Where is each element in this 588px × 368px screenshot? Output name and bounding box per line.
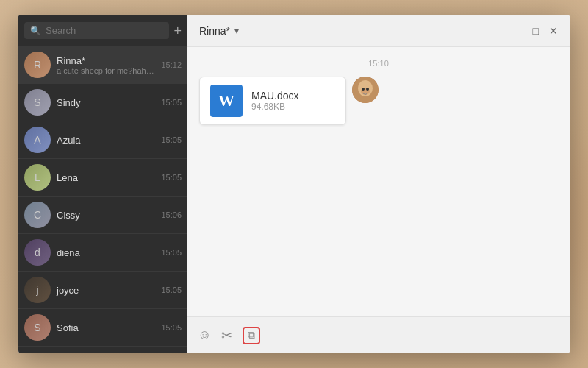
close-button[interactable]: ✕ — [549, 26, 558, 36]
avatar-cissy: C — [24, 202, 51, 228]
sender-avatar — [352, 77, 379, 103]
window-controls: — □ ✕ — [512, 26, 558, 36]
contact-name-azula: Azula — [57, 135, 155, 146]
contact-time-azula: 15:05 — [161, 135, 182, 144]
contact-time-sofia: 15:05 — [161, 323, 182, 332]
contact-name-cissy: Cissy — [57, 210, 155, 221]
avatar-sofia: S — [24, 314, 51, 341]
contact-item-rinna[interactable]: R Rinna* a cute sheep for me?hahaha... 1… — [18, 46, 187, 84]
sidebar: 🔍 + R Rinna* a cute sheep for me?hahaha.… — [18, 15, 187, 353]
search-icon: 🔍 — [30, 26, 41, 36]
contact-name-sindy: Sindy — [57, 97, 155, 108]
contact-item-sofia[interactable]: S Sofia 15:05 — [18, 309, 187, 347]
contact-info-sofia: Sofia — [57, 322, 155, 333]
contact-info-sindy: Sindy — [57, 97, 155, 108]
file-attachment-bubble[interactable]: W MAU.docx 94.68KB — [199, 77, 346, 125]
contact-name-rinna: Rinna* — [57, 55, 155, 66]
svg-point-3 — [367, 82, 371, 88]
avatar-lena: L — [24, 164, 51, 191]
avatar-sindy: S — [24, 89, 51, 116]
maximize-button[interactable]: □ — [533, 26, 539, 36]
contact-info-azula: Azula — [57, 135, 155, 146]
word-file-icon: W — [210, 85, 243, 117]
contact-info-lena: Lena — [57, 172, 155, 183]
contact-preview-rinna: a cute sheep for me?hahaha... — [57, 66, 155, 75]
avatar-diena: d — [24, 239, 51, 266]
chat-header: Rinna* ▾ — □ ✕ — [187, 15, 570, 47]
contact-name-diena: diena — [57, 247, 155, 258]
contact-list: R Rinna* a cute sheep for me?hahaha... 1… — [18, 46, 187, 353]
sidebar-header: 🔍 + — [18, 15, 187, 46]
scissors-button[interactable]: ✂ — [221, 328, 232, 344]
file-info: MAU.docx 94.68KB — [251, 90, 335, 112]
contact-item-diena[interactable]: d diena 15:05 — [18, 234, 187, 272]
svg-point-5 — [362, 88, 365, 91]
avatar-joyce: j — [24, 277, 51, 303]
minimize-button[interactable]: — — [512, 26, 523, 36]
message-row: W MAU.docx 94.68KB — [199, 77, 558, 125]
clipboard-button[interactable]: ⧉ — [243, 327, 260, 344]
contact-time-sindy: 15:05 — [161, 98, 182, 107]
contact-item-azula[interactable]: A Azula 15:05 — [18, 121, 187, 159]
contact-time-cissy: 15:06 — [161, 210, 182, 219]
chat-header-left: Rinna* ▾ — [199, 25, 239, 37]
avatar-azula: A — [24, 127, 51, 153]
file-size: 94.68KB — [251, 102, 335, 112]
chat-contact-name: Rinna* — [199, 25, 230, 37]
contact-item-lena[interactable]: L Lena 15:05 — [18, 159, 187, 197]
app-window: 🔍 + R Rinna* a cute sheep for me?hahaha.… — [18, 15, 570, 353]
search-box[interactable]: 🔍 — [24, 22, 169, 39]
message-timestamp: 15:10 — [199, 59, 558, 68]
avatar-rinna: R — [24, 52, 51, 78]
chat-messages: 15:10 W MAU.docx 94.68KB — [187, 47, 570, 316]
emoji-button[interactable]: ☺ — [198, 328, 211, 343]
contact-item-sindy[interactable]: S Sindy 15:05 — [18, 84, 187, 121]
file-name: MAU.docx — [251, 90, 335, 102]
contact-info-rinna: Rinna* a cute sheep for me?hahaha... — [57, 55, 155, 75]
contact-time-diena: 15:05 — [161, 248, 182, 257]
add-contact-button[interactable]: + — [173, 24, 182, 38]
contact-info-joyce: joyce — [57, 285, 155, 296]
contact-time-lena: 15:05 — [161, 173, 182, 182]
contact-info-diena: diena — [57, 247, 155, 258]
search-input[interactable] — [46, 25, 163, 36]
chevron-down-icon[interactable]: ▾ — [234, 26, 239, 36]
chat-input-area: ☺ ✂ ⧉ — [187, 316, 570, 353]
svg-point-2 — [359, 82, 364, 88]
contact-time-joyce: 15:05 — [161, 286, 182, 294]
contact-item-cissy[interactable]: C Cissy 15:06 — [18, 197, 187, 234]
contact-info-cissy: Cissy — [57, 210, 155, 221]
contact-name-lena: Lena — [57, 172, 155, 183]
svg-point-6 — [366, 88, 369, 91]
contact-item-joyce[interactable]: j joyce 15:05 — [18, 272, 187, 309]
contact-time-rinna: 15:12 — [161, 60, 182, 69]
contact-name-joyce: joyce — [57, 285, 155, 296]
contact-name-sofia: Sofia — [57, 322, 155, 333]
main-chat: Rinna* ▾ — □ ✕ 15:10 W MAU.docx 94.68KB — [187, 15, 570, 353]
